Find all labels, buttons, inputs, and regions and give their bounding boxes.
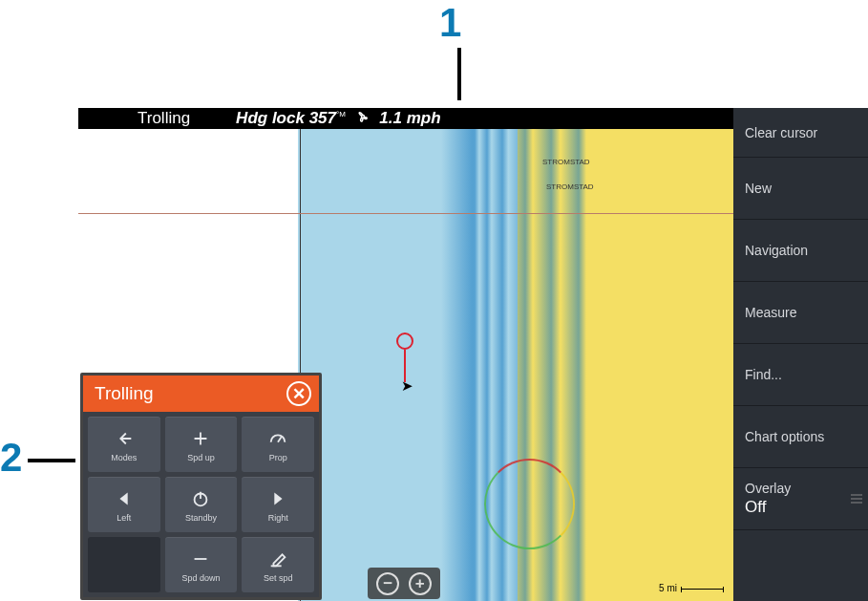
trolling-empty-cell xyxy=(88,537,160,592)
sidebar-item-new[interactable]: New xyxy=(733,158,868,220)
heading-value: 357 xyxy=(309,108,336,126)
triangle-left-icon xyxy=(114,487,135,510)
zoom-control: − + xyxy=(368,568,440,599)
trolling-button-label: Spd up xyxy=(187,453,215,462)
target-marker-icon xyxy=(396,333,413,350)
place-label-stromstad-2: STROMSTAD xyxy=(546,182,594,191)
sidebar-item-overlay[interactable]: Overlay Off xyxy=(733,468,868,530)
trolling-prop-button[interactable]: Prop xyxy=(242,417,314,472)
speed-unit: mph xyxy=(407,108,441,126)
trolling-setspd-button[interactable]: Set spd xyxy=(242,537,314,592)
scale-value: 5 mi xyxy=(659,583,677,593)
trolling-spdup-button[interactable]: Spd up xyxy=(165,417,238,472)
sidebar-overlay-value: Off xyxy=(745,498,868,517)
sidebar-item-measure[interactable]: Measure xyxy=(733,282,868,344)
trolling-button-label: Prop xyxy=(269,453,287,462)
sidebar-item-label: Navigation xyxy=(745,243,868,258)
plus-icon xyxy=(190,427,211,450)
trolling-modes-button[interactable]: Modes xyxy=(88,417,160,472)
heading-status: Hdg lock 357°M 1.1 mph xyxy=(236,108,441,130)
sidebar-item-label: Clear cursor xyxy=(745,125,868,140)
trolling-button-label: Standby xyxy=(185,513,217,523)
sidebar-item-label: Find... xyxy=(745,367,868,382)
trolling-button-label: Left xyxy=(116,513,131,523)
zoom-in-button[interactable]: + xyxy=(409,572,432,595)
trolling-panel-title: Trolling xyxy=(95,383,154,404)
trolling-panel-header: Trolling ✕ xyxy=(83,376,319,412)
propeller-icon xyxy=(354,108,371,130)
speed-value: 1.1 xyxy=(379,108,402,126)
trolling-button-label: Spd down xyxy=(181,573,220,583)
callout-number-2: 2 xyxy=(0,435,22,481)
trolling-button-label: Modes xyxy=(111,453,137,462)
edit-icon xyxy=(267,547,288,570)
zoom-out-button[interactable]: − xyxy=(376,572,399,595)
trolling-button-label: Right xyxy=(268,513,288,523)
range-ring xyxy=(484,459,575,549)
sidebar-item-label: Measure xyxy=(745,305,868,320)
callout-line-1 xyxy=(457,48,461,100)
sidebar-menu: Clear cursor New Navigation Measure Find… xyxy=(733,108,868,601)
callout-number-1: 1 xyxy=(439,0,461,46)
callout-line-2 xyxy=(28,459,75,462)
close-icon[interactable]: ✕ xyxy=(286,381,311,406)
trolling-left-button[interactable]: Left xyxy=(88,477,160,532)
cursor-icon[interactable]: ➤ xyxy=(401,377,413,395)
power-icon xyxy=(190,487,211,510)
scale-bar: 5 mi xyxy=(659,583,724,593)
trolling-button-label: Set spd xyxy=(264,573,293,583)
sidebar-item-label: Chart options xyxy=(745,429,868,444)
trolling-standby-button[interactable]: Standby xyxy=(165,477,238,532)
app-frame: Trolling Hdg lock 357°M 1.1 mph STROMSTA… xyxy=(78,108,868,601)
trolling-control-panel: Trolling ✕ Modes Spd up Prop xyxy=(80,373,322,600)
sidebar-item-label: Overlay xyxy=(745,481,868,496)
trolling-spddown-button[interactable]: Spd down xyxy=(165,537,238,592)
sidebar-item-label: New xyxy=(745,181,868,196)
trolling-button-grid: Modes Spd up Prop Left xyxy=(83,412,319,597)
heading-unit: °M xyxy=(336,110,346,118)
status-prefix-label: Hdg lock xyxy=(236,108,305,126)
gridline-horizontal xyxy=(78,213,733,214)
minus-icon xyxy=(190,547,211,570)
sidebar-item-chart-options[interactable]: Chart options xyxy=(733,406,868,468)
mode-title: Trolling xyxy=(138,109,190,128)
trolling-right-button[interactable]: Right xyxy=(242,477,314,532)
sidebar-item-find[interactable]: Find... xyxy=(733,344,868,406)
back-arrow-icon xyxy=(114,427,135,450)
sidebar-item-navigation[interactable]: Navigation xyxy=(733,220,868,282)
gauge-icon xyxy=(267,427,288,450)
status-bar: Trolling Hdg lock 357°M 1.1 mph xyxy=(78,108,733,129)
triangle-right-icon xyxy=(267,487,288,510)
place-label-stromstad-1: STROMSTAD xyxy=(542,158,590,166)
sidebar-item-clear-cursor[interactable]: Clear cursor xyxy=(733,108,868,158)
